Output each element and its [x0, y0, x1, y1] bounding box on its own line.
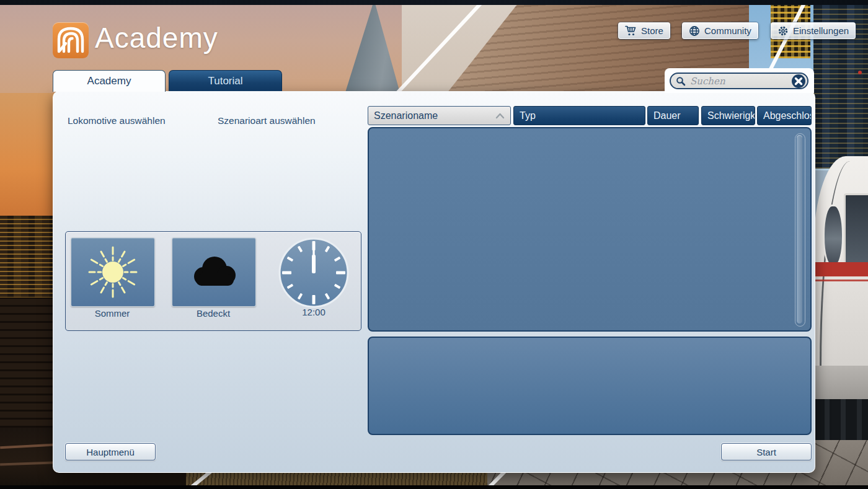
- globe-icon: [689, 25, 700, 37]
- scrollbar-track[interactable]: [795, 133, 805, 327]
- store-button-label: Store: [641, 25, 663, 36]
- column-label: Dauer: [653, 110, 681, 121]
- page-title: Academy: [95, 21, 218, 55]
- community-button[interactable]: Community: [682, 22, 758, 39]
- scenario-description-panel: [368, 337, 812, 435]
- time-label: 12:00: [277, 307, 350, 317]
- search-input[interactable]: [689, 75, 788, 87]
- gear-icon: [777, 25, 789, 37]
- column-label: Szenarioname: [374, 110, 438, 121]
- background-evening-city: [0, 216, 57, 302]
- column-label: Typ: [520, 110, 536, 121]
- top-edge-strip: [0, 0, 868, 5]
- scenario-type-select-label: Szenarioart auswählen: [218, 115, 316, 126]
- search-clear-button[interactable]: [791, 74, 806, 89]
- column-header-scenario-name[interactable]: Szenarioname: [368, 106, 511, 125]
- clock-icon: [277, 236, 350, 309]
- bottom-edge-strip: [0, 485, 868, 489]
- train-side-window: [844, 193, 868, 268]
- tab-tutorial-label: Tutorial: [208, 75, 242, 87]
- main-panel: Lokomotive auswählen Szenarioart auswähl…: [53, 91, 815, 473]
- train-door-window: [823, 205, 844, 267]
- academy-screen: Academy Store Community Einstellungen Ac…: [0, 0, 868, 489]
- tab-tutorial[interactable]: Tutorial: [169, 70, 282, 91]
- scrollbar-thumb[interactable]: [797, 135, 802, 324]
- background-antenna-light: [858, 71, 862, 74]
- main-menu-button-label: Hauptmenü: [86, 447, 135, 457]
- cart-icon: [625, 25, 637, 36]
- season-label: Sommer: [71, 308, 154, 319]
- environment-settings-box: Sommer Bedeckt: [65, 231, 361, 331]
- hour-hand: [312, 255, 316, 273]
- sort-ascending-icon: [495, 113, 505, 119]
- sun-icon: [78, 239, 148, 305]
- background-brick-wall: [0, 297, 57, 434]
- weather-label: Bedeckt: [172, 308, 255, 319]
- locomotive-select-label: Lokomotive auswählen: [68, 115, 166, 126]
- settings-button-label: Einstellungen: [793, 25, 849, 36]
- settings-button[interactable]: Einstellungen: [771, 22, 856, 39]
- search-field[interactable]: [670, 73, 808, 89]
- time-clock[interactable]: [277, 236, 350, 309]
- community-button-label: Community: [704, 25, 751, 36]
- column-header-duration[interactable]: Dauer: [647, 106, 699, 125]
- column-label: Schwierigke: [707, 110, 755, 121]
- column-header-difficulty[interactable]: Schwierigke: [701, 106, 755, 125]
- background-ice-train: [813, 156, 868, 440]
- search-area: [665, 68, 814, 93]
- start-button-label: Start: [756, 447, 776, 457]
- scenario-list[interactable]: [368, 127, 812, 332]
- start-button[interactable]: Start: [721, 443, 812, 460]
- train-undercarriage: [813, 399, 868, 440]
- cloud-icon: [179, 239, 249, 305]
- train-red-line: [813, 280, 868, 281]
- train-red-stripe: [813, 262, 868, 276]
- train-skirt: [813, 366, 868, 399]
- tab-academy[interactable]: Academy: [53, 70, 166, 92]
- store-button[interactable]: Store: [618, 22, 670, 39]
- column-header-type[interactable]: Typ: [513, 106, 645, 125]
- academy-logo-icon: [53, 22, 89, 58]
- season-tile[interactable]: [71, 237, 155, 307]
- main-menu-button[interactable]: Hauptmenü: [65, 443, 156, 460]
- weather-tile[interactable]: [172, 237, 256, 307]
- tab-academy-label: Academy: [87, 75, 131, 87]
- search-icon: [676, 76, 686, 86]
- column-label: Abgeschlos: [763, 110, 812, 121]
- column-header-completed[interactable]: Abgeschlos: [757, 106, 812, 125]
